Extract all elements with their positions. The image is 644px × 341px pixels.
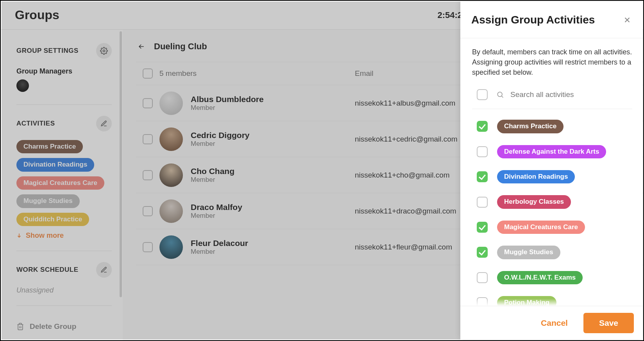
activity-row: Herbology Classes: [472, 189, 632, 214]
activity-row: Muggle Studies: [472, 240, 632, 265]
save-button[interactable]: Save: [583, 313, 634, 333]
activity-checkbox[interactable]: [477, 171, 488, 182]
drawer-title: Assign Group Activities: [471, 14, 595, 26]
close-icon[interactable]: [623, 16, 631, 24]
cancel-button[interactable]: Cancel: [532, 314, 576, 332]
activity-checkbox[interactable]: [477, 121, 488, 132]
activity-pill[interactable]: Magical Creatures Care: [497, 221, 585, 234]
activity-checkbox[interactable]: [477, 272, 488, 283]
activity-row: Charms Practice: [472, 114, 632, 139]
activity-pill[interactable]: Charms Practice: [497, 120, 564, 133]
activity-checkbox[interactable]: [477, 197, 488, 208]
activity-checkbox[interactable]: [477, 146, 488, 157]
activity-row: Divination Readings: [472, 164, 632, 189]
assign-activities-drawer: Assign Group Activities By default, memb…: [460, 2, 642, 339]
drawer-description: By default, members can track time on al…: [472, 47, 632, 77]
search-icon: [496, 91, 504, 99]
activity-pill[interactable]: Muggle Studies: [497, 246, 560, 259]
activity-pill[interactable]: Divination Readings: [497, 170, 575, 183]
activity-checkbox[interactable]: [477, 222, 488, 233]
activity-pill[interactable]: Defense Against the Dark Arts: [497, 145, 606, 158]
select-all-activities-checkbox[interactable]: [477, 89, 488, 100]
activity-pill[interactable]: Herbology Classes: [497, 195, 571, 208]
svg-point-1: [497, 92, 502, 97]
activity-row: O.W.L./N.E.W.T. Exams: [472, 265, 632, 290]
activity-row: Defense Against the Dark Arts: [472, 139, 632, 164]
activity-row: Magical Creatures Care: [472, 215, 632, 240]
activity-pill[interactable]: O.W.L./N.E.W.T. Exams: [497, 271, 583, 284]
search-activities-input[interactable]: [510, 90, 604, 99]
activity-checkbox[interactable]: [477, 247, 488, 258]
